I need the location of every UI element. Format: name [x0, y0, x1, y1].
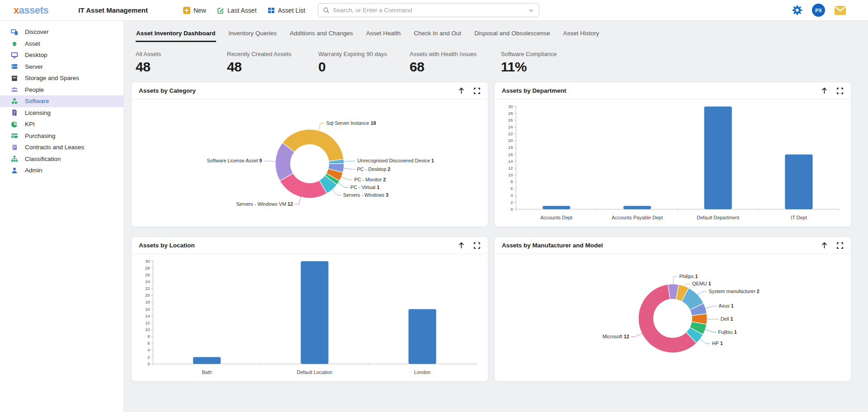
- asset-list-button[interactable]: Asset List: [268, 7, 306, 14]
- x-category-label: Accounts Payable Dept: [612, 215, 663, 220]
- y-tick-label: 12: [508, 166, 513, 170]
- fullscreen-icon[interactable]: [836, 87, 844, 95]
- search-input[interactable]: [333, 7, 525, 14]
- last-asset-button[interactable]: Last Asset: [217, 7, 257, 14]
- cubes-icon: [11, 98, 18, 105]
- user-avatar[interactable]: PX: [812, 4, 825, 17]
- y-tick-label: 10: [145, 327, 150, 332]
- y-tick-label: 26: [145, 273, 150, 277]
- tab-asset-history[interactable]: Asset History: [563, 27, 600, 42]
- sidebar-item-label: Software: [25, 98, 49, 104]
- tab-check-in-and-out[interactable]: Check In and Out: [413, 27, 462, 42]
- donut-label-servers-windows: Servers - Windows 3: [343, 192, 388, 198]
- sidebar-item-software[interactable]: Software: [0, 95, 123, 107]
- fullscreen-icon[interactable]: [836, 242, 844, 249]
- stat-software-compliance: Software Compliance 11%: [501, 51, 592, 75]
- sidebar-item-asset[interactable]: Asset: [0, 38, 123, 50]
- up-arrow-icon[interactable]: [458, 87, 465, 95]
- devices-icon: [11, 28, 18, 36]
- up-arrow-icon[interactable]: [821, 87, 828, 95]
- card-header: Assets by Manufacturer and Model: [495, 237, 851, 254]
- y-tick-label: 16: [145, 307, 150, 312]
- main-content: Asset Inventory DashboardInventory Queri…: [124, 21, 868, 412]
- donut-chart-assets-by-manufacturer: Philips 1QEMU 1System manufacturer 2Asus…: [495, 254, 851, 382]
- card-header: Assets by Department: [495, 82, 851, 99]
- bar-accounts-dept[interactable]: [542, 206, 570, 209]
- sidebar-item-label: Admin: [25, 167, 42, 174]
- logo-prefix: x: [14, 5, 19, 16]
- sidebar-item-discover[interactable]: Discover: [0, 26, 123, 38]
- sidebar-item-classification[interactable]: Classification: [0, 153, 123, 165]
- bar-chart-assets-by-location: 024681012141618202224262830BathDefault L…: [132, 254, 488, 382]
- book-icon: [11, 144, 18, 151]
- bar-it-dept[interactable]: [785, 155, 812, 209]
- label-leader-line: [264, 161, 276, 161]
- gear-icon[interactable]: [792, 5, 803, 16]
- sidebar-item-storage-and-spares[interactable]: Storage and Spares: [0, 72, 123, 84]
- sidebar-item-desktop[interactable]: Desktop: [0, 49, 123, 61]
- sidebar-item-licensing[interactable]: Licensing: [0, 107, 123, 119]
- sidebar-item-people[interactable]: People: [0, 84, 123, 96]
- label-leader-line: [318, 123, 324, 131]
- label-leader-line: [338, 183, 349, 188]
- x-category-label: IT Dept: [791, 215, 807, 220]
- y-tick-label: 2: [147, 355, 150, 360]
- storage-box-icon: [11, 75, 18, 82]
- chevron-down-icon[interactable]: [528, 7, 534, 14]
- tab-disposal-and-obsolescense[interactable]: Disposal and Obsolescense: [474, 27, 550, 42]
- y-tick-label: 28: [145, 266, 150, 270]
- new-button[interactable]: New: [183, 7, 206, 14]
- y-tick-label: 8: [510, 180, 513, 184]
- page-title: IT Asset Management: [78, 6, 148, 14]
- y-tick-label: 6: [147, 341, 150, 346]
- tab-inventory-queries[interactable]: Inventory Queries: [228, 27, 278, 42]
- fullscreen-icon[interactable]: [473, 87, 481, 95]
- donut-label-pc-virtual: PC - Virtual 1: [350, 185, 379, 190]
- sidebar-item-server[interactable]: Server: [0, 61, 123, 73]
- label-leader-line: [700, 339, 710, 344]
- sidebar-item-kpi[interactable]: KPI: [0, 118, 123, 130]
- donut-chart-assets-by-category: Sql Server Instance 18Unrecognised Disco…: [132, 99, 488, 227]
- search-icon: [323, 7, 330, 14]
- card-actions: [458, 87, 481, 95]
- y-tick-label: 24: [145, 279, 150, 284]
- up-arrow-icon[interactable]: [821, 242, 828, 249]
- tab-asset-inventory-dashboard[interactable]: Asset Inventory Dashboard: [136, 27, 216, 42]
- label-leader-line: [341, 177, 352, 180]
- y-tick-label: 26: [508, 118, 513, 123]
- bar-accounts-payable-dept[interactable]: [623, 206, 651, 209]
- bar-default-department[interactable]: [704, 107, 732, 209]
- xassets-logo[interactable]: xassets: [14, 5, 48, 16]
- y-tick-label: 14: [145, 314, 150, 318]
- bar-bath[interactable]: [193, 357, 221, 364]
- y-tick-label: 20: [145, 293, 150, 298]
- sidebar-item-purchasing[interactable]: Purchasing: [0, 130, 123, 142]
- license-doc-icon: [11, 109, 18, 116]
- bar-london[interactable]: [409, 309, 436, 364]
- stat-label: All Assets: [136, 51, 227, 57]
- bar-default-location[interactable]: [301, 261, 328, 364]
- fullscreen-icon[interactable]: [473, 242, 481, 249]
- mail-icon[interactable]: [834, 5, 846, 15]
- card-body: Sql Server Instance 18Unrecognised Disco…: [132, 99, 488, 227]
- card-actions: [458, 242, 481, 249]
- card-header: Assets by Category: [132, 82, 488, 99]
- dashboard-tabs: Asset Inventory DashboardInventory Queri…: [136, 27, 851, 42]
- donut-label-pc-desktop: PC - Desktop 2: [357, 166, 391, 172]
- label-leader-line: [295, 196, 301, 204]
- y-tick-label: 28: [508, 111, 513, 116]
- sidebar-item-contracts-and-leases[interactable]: Contracts and Leases: [0, 142, 123, 153]
- table-icon: [268, 7, 275, 14]
- sidebar-item-admin[interactable]: Admin: [0, 165, 123, 176]
- y-tick-label: 6: [510, 186, 513, 191]
- tab-additions-and-changes[interactable]: Additions and Changes: [289, 27, 354, 42]
- card-header: Assets by Location: [132, 237, 488, 254]
- command-search[interactable]: [318, 3, 539, 17]
- card-body: 024681012141618202224262830BathDefault L…: [132, 254, 488, 382]
- sidebar-item-label: Asset: [25, 40, 40, 47]
- tab-asset-health[interactable]: Asset Health: [366, 27, 401, 42]
- up-arrow-icon[interactable]: [458, 242, 465, 249]
- label-leader-line: [697, 292, 707, 295]
- bar-chart-assets-by-department: 024681012141618202224262830Accounts Dept…: [495, 99, 851, 227]
- stat-label: Recently Created Assets: [227, 51, 318, 57]
